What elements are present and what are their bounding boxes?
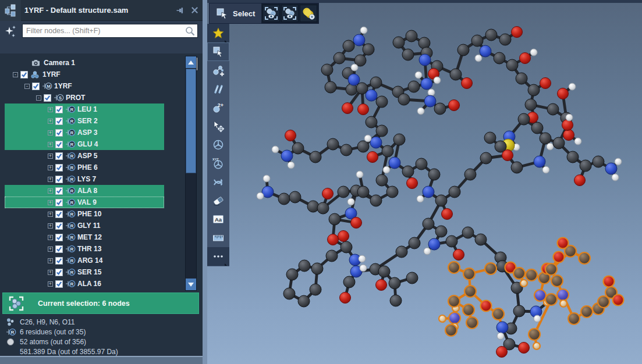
visibility-checkbox[interactable]	[55, 222, 63, 230]
scroll-down-button[interactable]	[186, 279, 196, 290]
measure-tool[interactable]	[207, 229, 229, 247]
presets-button[interactable]	[207, 24, 229, 42]
visibility-checkbox[interactable]	[20, 71, 28, 78]
tree-node-ser-2[interactable]: +RSER 2	[5, 115, 164, 127]
bond-tool[interactable]	[207, 80, 229, 98]
filter-input[interactable]	[23, 27, 185, 35]
tree-node-phe-10[interactable]: +RPHE 10	[5, 208, 164, 220]
status-text: C26, H9, N6, O11	[20, 318, 75, 326]
visibility-checkbox[interactable]	[55, 176, 63, 183]
tree-node-arg-14[interactable]: +RARG 14	[5, 255, 164, 266]
expand-toggle[interactable]: +	[48, 270, 53, 275]
tree-node-glu-4[interactable]: +RGLU 4	[5, 138, 164, 150]
visibility-checkbox[interactable]	[55, 199, 63, 206]
more-icon	[212, 250, 225, 263]
expand-toggle[interactable]: +	[48, 177, 53, 182]
tree-node-lys-7[interactable]: +RLYS 7	[5, 173, 164, 185]
tree-node-1yrf[interactable]: -1YRF	[5, 69, 164, 80]
add-atoms-icon	[212, 64, 225, 77]
pin-icon[interactable]	[175, 5, 186, 16]
tree-node-ala-16[interactable]: +RALA 16	[5, 278, 164, 290]
add-atoms-tool[interactable]	[207, 61, 229, 80]
visibility-checkbox[interactable]	[55, 129, 63, 137]
rotate-xyz-tool[interactable]: XYZ	[207, 154, 229, 173]
tree-node-ser-15[interactable]: +RSER 15	[5, 266, 164, 278]
sparkles-icon	[2, 24, 19, 42]
tree-node-met-12[interactable]: +RMET 12	[5, 231, 164, 243]
expand-toggle[interactable]: +	[48, 130, 53, 135]
expand-toggle[interactable]: +	[48, 200, 53, 205]
visibility-checkbox[interactable]	[55, 106, 63, 113]
tree-node-phe-6[interactable]: +RPHE 6	[5, 162, 164, 173]
expand-toggle[interactable]: +	[48, 154, 53, 159]
tree-node-asp-3[interactable]: +RASP 3	[5, 127, 164, 138]
visibility-checkbox[interactable]	[32, 83, 40, 90]
select-tool[interactable]	[207, 42, 229, 61]
expand-toggle[interactable]: +	[48, 247, 53, 252]
erase-tool[interactable]	[207, 191, 229, 210]
selection-toolbar-group	[261, 3, 318, 23]
collapse-toggle[interactable]: -	[24, 84, 30, 89]
expand-toggle[interactable]: +	[48, 281, 53, 287]
selection-option-button-2[interactable]	[281, 5, 299, 22]
visibility-checkbox[interactable]	[55, 187, 63, 195]
visibility-checkbox[interactable]	[55, 152, 63, 160]
svg-text:R: R	[70, 188, 74, 194]
expand-toggle[interactable]: +	[48, 107, 53, 112]
svg-text:Aa: Aa	[215, 216, 222, 223]
visibility-checkbox[interactable]	[55, 164, 63, 172]
tree-node-val-9[interactable]: +RVAL 9	[5, 197, 164, 208]
rotate-tool[interactable]	[207, 135, 229, 154]
expand-toggle[interactable]: +	[48, 235, 53, 240]
collapse-toggle[interactable]: -	[36, 95, 41, 101]
expand-toggle[interactable]: +	[48, 142, 53, 147]
scrollbar-thumb[interactable]	[186, 69, 196, 173]
visibility-checkbox[interactable]	[44, 94, 51, 102]
search-icon	[185, 26, 195, 36]
expand-toggle[interactable]: +	[48, 165, 53, 170]
dropdown-corner-icon	[225, 38, 227, 42]
select-button[interactable]: Select	[210, 3, 261, 23]
visibility-checkbox[interactable]	[55, 234, 63, 241]
visibility-checkbox[interactable]	[55, 269, 63, 276]
viewport-3d[interactable]: Select 2+XYZAa	[207, 0, 642, 364]
panel-splitter[interactable]	[203, 0, 207, 364]
tree-node-asp-5[interactable]: +RASP 5	[5, 150, 164, 162]
tree-node-gly-11[interactable]: +RGLY 11	[5, 220, 164, 231]
swap-tool[interactable]	[207, 173, 229, 191]
visibility-checkbox[interactable]	[55, 210, 63, 218]
more-tools-button[interactable]	[207, 247, 229, 266]
tree-node-prot[interactable]: -SPROT	[5, 92, 164, 104]
select-region-icon	[216, 7, 229, 20]
move-tool[interactable]	[207, 117, 229, 135]
visibility-checkbox[interactable]	[55, 245, 63, 253]
charge-tool[interactable]: 2+	[207, 98, 229, 117]
expand-toggle[interactable]: +	[48, 212, 53, 217]
tree-node-camera-1[interactable]: Camera 1	[5, 57, 164, 69]
visibility-checkbox[interactable]	[55, 257, 63, 265]
selection-icon	[8, 295, 25, 312]
collapse-toggle[interactable]: -	[13, 72, 18, 77]
tree-node-1yrf[interactable]: -M1YRF	[5, 80, 164, 92]
node-tree: Camera 1-1YRF-M1YRF-SPROT+RLEU 1+RSER 2+…	[0, 53, 185, 291]
visibility-checkbox[interactable]	[55, 141, 63, 148]
tree-node-ala-8[interactable]: +RALA 8	[5, 185, 164, 197]
expand-toggle[interactable]: +	[48, 188, 53, 194]
visibility-checkbox[interactable]	[55, 280, 63, 288]
expand-toggle[interactable]: +	[48, 223, 53, 229]
visibility-checkbox[interactable]	[55, 117, 63, 125]
tree-node-leu-1[interactable]: +RLEU 1	[5, 104, 164, 115]
scroll-up-button[interactable]	[186, 56, 196, 68]
expand-toggle[interactable]: +	[48, 119, 53, 124]
expand-toggle[interactable]: +	[48, 258, 53, 263]
panel-title: 1YRF - Default structure.sam	[24, 6, 175, 15]
close-icon[interactable]	[189, 5, 200, 16]
label-tool[interactable]: Aa	[207, 210, 229, 229]
move-icon	[212, 120, 225, 133]
current-selection-banner[interactable]: Current selection: 6 nodes	[2, 292, 199, 314]
eraser-icon	[212, 194, 225, 207]
add-group-button[interactable]	[300, 5, 317, 22]
selection-option-button-1[interactable]	[263, 5, 280, 22]
tree-node-thr-13[interactable]: +RTHR 13	[5, 243, 164, 255]
tree-scrollbar[interactable]	[185, 56, 197, 291]
